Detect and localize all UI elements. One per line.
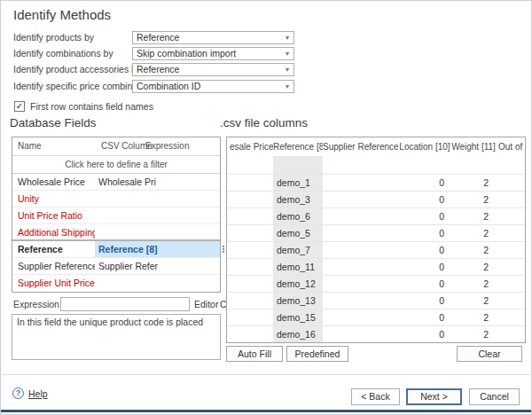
csv-columns-panel: esale Price [7] Reference [8] Supplier R… <box>226 137 526 362</box>
csv-grid-row[interactable]: demo_1 0 2 <box>227 174 525 191</box>
column-header-expression[interactable]: Expression <box>145 141 189 151</box>
back-button[interactable]: < Back <box>351 388 400 405</box>
first-row-checkbox[interactable]: ✓ <box>14 101 25 112</box>
csv-columns-grid: esale Price [7] Reference [8] Supplier R… <box>226 137 526 343</box>
database-fields-heading: Database Fields <box>10 116 97 129</box>
identify-products-value: Reference <box>137 32 179 43</box>
first-row-checkbox-label: First row contains field names <box>30 101 153 112</box>
csv-header-supplier-reference[interactable]: Supplier Reference [9] <box>323 137 398 156</box>
csv-header-weight[interactable]: Weight [11] <box>451 137 496 156</box>
csv-grid-row[interactable]: demo_13 0 2 <box>227 292 525 309</box>
chevron-down-icon: ▾ <box>286 81 289 92</box>
identify-price-combination-row: Identify specific price combination by C… <box>1 80 531 94</box>
identify-price-combination-value: Combination ID <box>137 81 200 91</box>
identify-combinations-select[interactable]: Skip combination import ▾ <box>132 47 294 60</box>
db-field-row-supplier-unit-price[interactable]: Supplier Unit Price (Tax <box>12 275 220 292</box>
identify-accessories-label: Identify product accessories by <box>13 64 141 74</box>
csv-file-columns-heading: .csv file columns <box>220 116 308 129</box>
csv-header-reference[interactable]: Reference [8] <box>273 137 323 156</box>
identify-price-combination-select[interactable]: Combination ID ▾ <box>132 80 294 93</box>
db-field-row-supplier-reference[interactable]: Supplier Reference Supplier Refer <box>12 258 220 275</box>
db-field-row-unit-price-ratio[interactable]: Unit Price Ratio <box>12 208 220 224</box>
identify-combinations-row: Identify combinations by Skip combinatio… <box>1 47 531 61</box>
csv-grid-row[interactable]: demo_11 0 2 <box>227 258 525 275</box>
cancel-button[interactable]: Cancel <box>469 388 520 405</box>
identify-products-label: Identify products by <box>13 32 94 43</box>
csv-grid-row[interactable]: demo_7 0 2 <box>227 241 525 258</box>
db-field-row-additional-shipping-cost[interactable]: Additional Shipping Cost <box>12 224 220 241</box>
db-field-row-reference-selected[interactable]: Reference Reference [8] <box>12 241 220 258</box>
identify-products-row: Identify products by Reference ▾ <box>1 31 531 45</box>
csv-grid-row[interactable]: demo_16 0 2 <box>227 325 525 342</box>
help-icon[interactable]: ? <box>12 388 24 399</box>
editor-link[interactable]: Editor <box>194 299 218 309</box>
identify-accessories-select[interactable]: Reference ▾ <box>132 63 294 76</box>
help-link[interactable]: Help <box>28 388 48 399</box>
chevron-down-icon: ▾ <box>286 32 289 43</box>
identify-accessories-row: Identify product accessories by Referenc… <box>1 63 531 77</box>
csv-grid-row[interactable]: demo_15 0 2 <box>227 309 525 325</box>
footer-divider <box>2 374 530 375</box>
window-bottom-accent <box>1 410 532 412</box>
csv-grid-row[interactable] <box>227 156 525 174</box>
chevron-down-icon: ▾ <box>286 64 289 75</box>
expression-row: Expression Editor Check <box>12 297 221 312</box>
splitter-grip-icon <box>223 245 224 254</box>
field-description-box: In this field the unique product code is… <box>12 314 221 360</box>
csv-grid-row[interactable]: demo_6 0 2 <box>227 208 525 224</box>
auto-fill-button[interactable]: Auto Fill <box>226 346 283 362</box>
identify-products-select[interactable]: Reference ▾ <box>132 31 294 44</box>
import-wizard-window: Identify Methods Identify products by Re… <box>0 0 532 415</box>
database-fields-table-header: Name CSV Column Expression <box>12 137 220 156</box>
csv-header-out-of-stock[interactable]: Out of St <box>496 137 525 156</box>
csv-grid-row[interactable]: demo_5 0 2 <box>227 224 525 241</box>
identify-combinations-value: Skip combination import <box>137 48 236 59</box>
next-button[interactable]: Next > <box>406 388 462 405</box>
selected-csv-mapping[interactable]: Reference [8] <box>95 241 220 257</box>
column-header-name[interactable]: Name <box>18 141 42 151</box>
identify-combinations-label: Identify combinations by <box>13 48 113 59</box>
predefined-button[interactable]: Predefined <box>286 346 348 362</box>
page-title: Identify Methods <box>13 7 111 22</box>
chevron-down-icon: ▾ <box>286 48 289 59</box>
identify-accessories-value: Reference <box>137 64 179 74</box>
db-field-row-unity[interactable]: Unity <box>12 191 220 208</box>
filter-row[interactable]: Click here to define a filter <box>12 156 220 174</box>
expression-label: Expression <box>13 299 59 309</box>
expression-input[interactable] <box>60 297 190 311</box>
clear-button[interactable]: Clear <box>457 346 522 362</box>
csv-grid-header-row: esale Price [7] Reference [8] Supplier R… <box>227 137 525 156</box>
csv-header-location[interactable]: Location [10] <box>398 137 451 156</box>
csv-grid-row[interactable]: demo_3 0 2 <box>227 191 525 208</box>
csv-grid-row[interactable]: demo_12 0 2 <box>227 275 525 292</box>
csv-header-wholesale-price[interactable]: esale Price [7] <box>227 137 273 156</box>
database-fields-table: Name CSV Column Expression Click here to… <box>12 137 221 293</box>
db-field-row-wholesale-price[interactable]: Wholesale Price Wholesale Pri <box>12 174 220 191</box>
